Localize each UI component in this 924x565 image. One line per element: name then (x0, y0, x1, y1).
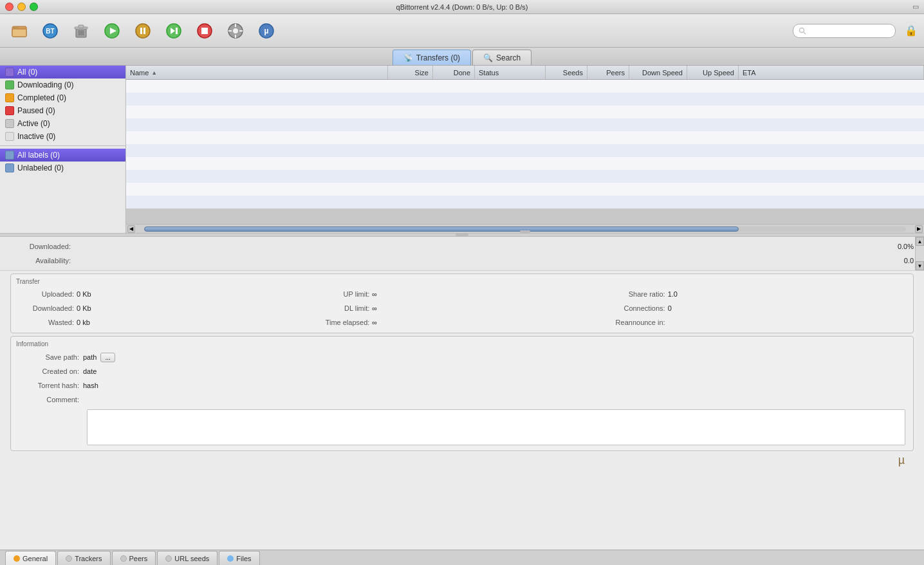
share-ratio-value: 1.0 (668, 290, 678, 298)
rsb-up[interactable]: ▲ (916, 237, 924, 246)
options-button[interactable] (221, 18, 250, 44)
split-top: All (0) Downloading (0) Completed (0) Pa… (0, 66, 924, 233)
h-scroll-thumb[interactable] (144, 227, 739, 232)
general-tab-icon (14, 555, 20, 562)
maximize-button[interactable] (30, 3, 38, 11)
th-done[interactable]: Done (433, 66, 475, 79)
table-row[interactable] (126, 106, 924, 118)
th-status[interactable]: Status (475, 66, 546, 79)
comment-textarea[interactable] (88, 410, 905, 445)
uplimit-item: UP limit: ∞ (314, 288, 609, 301)
tab-search[interactable]: 🔍 Search (472, 50, 531, 65)
created-on-row: Created on: date (19, 364, 905, 378)
th-downspeed[interactable]: Down Speed (629, 66, 687, 79)
downloaded-value: 0.0% (875, 243, 914, 250)
start-button[interactable] (98, 18, 126, 44)
rsb-down[interactable]: ▼ (916, 261, 924, 270)
sidebar-item-all-labels[interactable]: All labels (0) (0, 149, 125, 162)
sidebar-item-paused[interactable]: Paused (0) (0, 104, 125, 117)
table-row[interactable] (126, 196, 924, 208)
table-body (126, 80, 924, 224)
table-row[interactable] (126, 183, 924, 196)
all-labels-icon (5, 151, 14, 160)
sidebar-label-inactive: Inactive (0) (17, 132, 55, 141)
tab-bar: 📡 Transfers (0) 🔍 Search (0, 48, 924, 66)
rsb-track (916, 246, 924, 261)
tab-peers[interactable]: Peers (112, 551, 156, 565)
browse-button[interactable]: ... (100, 353, 115, 362)
sidebar-item-all[interactable]: All (0) (0, 66, 125, 79)
time-elapsed-label: Time elapsed: (314, 319, 372, 326)
torrent-table: Name ▲ Size Done Status Seeds (126, 66, 924, 224)
scroll-left[interactable]: ◀ (127, 225, 135, 233)
save-path-label: Save path: (19, 353, 83, 361)
sidebar-item-completed[interactable]: Completed (0) (0, 91, 125, 104)
table-row[interactable] (126, 80, 924, 93)
sidebar-item-unlabeled[interactable]: Unlabeled (0) (0, 162, 125, 174)
transfer-section: Transfer Uploaded: 0 Kb UP limit: ∞ Shar… (10, 273, 914, 333)
torrent-hash-row: Torrent hash: hash (19, 378, 905, 393)
pause-button[interactable] (129, 18, 157, 44)
availability-line: Availability: 0.0 (10, 254, 914, 268)
remove-button[interactable] (67, 18, 95, 44)
open-file-icon (10, 22, 28, 40)
th-size[interactable]: Size (388, 66, 433, 79)
table-row[interactable] (126, 93, 924, 106)
tab-general[interactable]: General (5, 551, 56, 565)
inactive-icon (5, 132, 14, 141)
uploaded-label: Uploaded: (19, 290, 77, 298)
search-box (793, 24, 896, 38)
search-input[interactable] (806, 27, 883, 35)
comment-area[interactable] (87, 409, 905, 445)
table-row[interactable] (126, 170, 924, 183)
about-button[interactable]: µ (252, 18, 281, 44)
transfer-downloaded-value: 0 Kb (77, 304, 91, 312)
all-icon (5, 68, 14, 77)
open-file-button[interactable] (5, 18, 33, 44)
bt-button[interactable]: BT (36, 18, 64, 44)
sidebar-item-inactive[interactable]: Inactive (0) (0, 130, 125, 143)
mutor-logo: µ (898, 454, 905, 467)
table-row[interactable] (126, 157, 924, 170)
th-seeds[interactable]: Seeds (546, 66, 587, 79)
general-tab-label: General (23, 555, 48, 562)
tab-trackers[interactable]: Trackers (57, 551, 110, 565)
resize-handle[interactable] (520, 230, 530, 233)
unlabeled-icon (5, 163, 14, 172)
dllimit-label: DL limit: (314, 304, 372, 312)
torrent-hash-label: Torrent hash: (19, 382, 83, 389)
completed-icon (5, 93, 14, 102)
th-upspeed[interactable]: Up Speed (687, 66, 739, 79)
lock-icon: 🔒 (903, 23, 919, 39)
th-peers[interactable]: Peers (587, 66, 629, 79)
downloaded-line: Downloaded: 0.0% (10, 239, 914, 254)
th-eta[interactable]: ETA (739, 66, 924, 79)
created-on-value: date (83, 367, 97, 375)
table-row[interactable] (126, 144, 924, 157)
info-section-title: Information (16, 340, 905, 347)
close-button[interactable] (5, 3, 14, 11)
peers-tab-icon (120, 555, 127, 562)
paused-icon (5, 106, 14, 115)
uplimit-label: UP limit: (314, 290, 372, 298)
svg-rect-25 (228, 30, 232, 32)
window-controls[interactable] (5, 3, 38, 11)
transfer-section-title: Transfer (16, 278, 905, 285)
uploaded-value: 0 Kb (77, 290, 91, 298)
sidebar: All (0) Downloading (0) Completed (0) Pa… (0, 66, 126, 233)
sidebar-item-downloading[interactable]: Downloading (0) (0, 79, 125, 91)
sidebar-item-active[interactable]: Active (0) (0, 117, 125, 130)
resume-button[interactable] (160, 18, 188, 44)
stop-button[interactable] (190, 18, 219, 44)
tab-url-seeds[interactable]: URL seeds (157, 551, 217, 565)
tab-transfers[interactable]: 📡 Transfers (0) (393, 50, 471, 65)
sort-indicator: ▲ (151, 69, 157, 76)
minimize-button[interactable] (17, 3, 26, 11)
bt-icon: BT (41, 22, 59, 40)
table-row[interactable] (126, 131, 924, 144)
tab-files[interactable]: Files (219, 551, 259, 565)
th-name[interactable]: Name ▲ (126, 66, 388, 79)
svg-rect-2 (12, 26, 19, 29)
table-row[interactable] (126, 118, 924, 131)
scroll-right[interactable]: ▶ (915, 225, 923, 233)
